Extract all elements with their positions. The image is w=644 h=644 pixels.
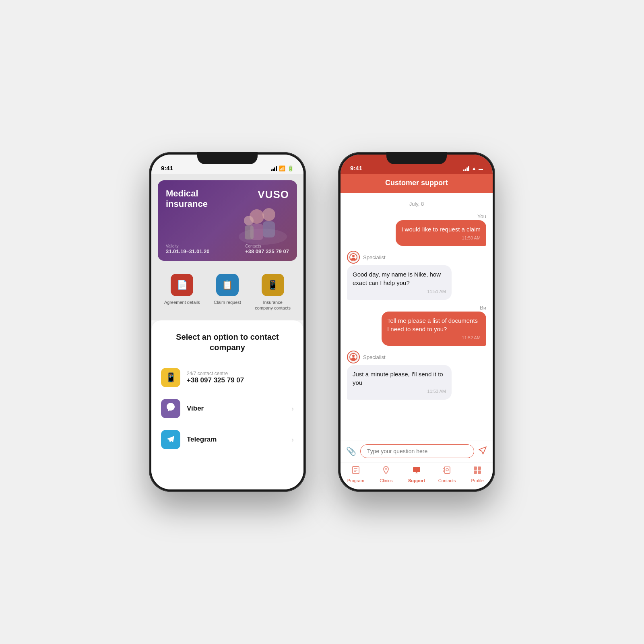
hero-footer: Validity 31.01.19–31.01.20 Contacts +38 …: [166, 244, 289, 254]
phone-option-info: 24/7 contact centre +38 097 325 79 07: [187, 371, 294, 384]
specialist-name-2: Specialist: [363, 354, 386, 360]
svg-rect-4: [263, 221, 275, 237]
telegram-label: Telegram: [187, 436, 291, 444]
specialist-avatar-1: [347, 251, 360, 264]
claim-btn[interactable]: 📋 Claim request: [209, 274, 246, 311]
viber-option[interactable]: Viber ›: [161, 393, 294, 424]
viber-option-icon: [161, 399, 180, 418]
agreement-btn[interactable]: 📄 Agreement details: [164, 274, 200, 311]
svg-point-8: [352, 255, 355, 257]
program-icon: [351, 466, 360, 477]
status-time-1: 9:41: [161, 165, 173, 171]
support-icon: [412, 466, 421, 477]
claim-icon: 📋: [216, 274, 239, 296]
bubble-4: Just a minute please, I'll send it to yo…: [347, 365, 452, 399]
viber-chevron: ›: [291, 405, 294, 413]
hero-people: [237, 200, 289, 245]
svg-point-10: [352, 355, 355, 357]
svg-point-21: [446, 469, 448, 471]
hero-card: Medical insurance VUSO Validity 31.01.19…: [158, 180, 297, 261]
signal-icon-1: [271, 166, 277, 171]
svg-rect-25: [478, 471, 481, 474]
telegram-chevron: ›: [291, 436, 294, 444]
time-3: 11:52 AM: [387, 335, 481, 341]
phone-1: 9:41 📶 🔋: [149, 152, 306, 492]
action-buttons: 📄 Agreement details 📋 Claim request 📱 In…: [151, 267, 303, 318]
chat-input-row: 📎: [341, 440, 493, 462]
insurance-contacts-icon: 📱: [262, 274, 284, 296]
tab-support[interactable]: Support: [405, 466, 429, 483]
battery-icon-1: 🔋: [287, 165, 294, 171]
viber-label: Viber: [187, 405, 291, 413]
clinics-label: Clinics: [380, 478, 392, 483]
sender-you-2: Ви: [480, 305, 486, 311]
specialist-avatar-2: [347, 351, 360, 363]
message-1: You I would like to request a claim 11:5…: [347, 213, 486, 246]
viber-option-info: Viber: [187, 405, 291, 413]
phone-option[interactable]: 📱 24/7 contact centre +38 097 325 79 07: [161, 362, 294, 393]
contacts-info: Contacts +38 097 325 79 07: [245, 244, 289, 254]
phone1-content: Medical insurance VUSO Validity 31.01.19…: [151, 174, 303, 320]
phone-option-icon: 📱: [161, 368, 180, 387]
telegram-option-icon: [161, 430, 180, 449]
battery-icon-2: ▬: [479, 166, 483, 171]
claim-label: Claim request: [214, 299, 241, 305]
send-icon[interactable]: [478, 446, 487, 457]
clinics-icon: [382, 466, 390, 477]
status-time-2: 9:41: [350, 165, 362, 171]
contacts-label: Contacts: [438, 478, 456, 483]
status-icons-1: 📶 🔋: [271, 165, 294, 171]
wifi-icon-1: 📶: [279, 165, 285, 171]
bottom-sheet: Select an option to contact company 📱 24…: [151, 320, 303, 489]
telegram-option-info: Telegram: [187, 436, 291, 444]
phone-2: 9:41 ▲ ▬ Customer support July, 8 You: [338, 152, 495, 492]
specialist-header-2: Specialist: [347, 351, 386, 363]
svg-point-5: [244, 216, 254, 225]
chat-header: Customer support: [341, 174, 493, 193]
bubble-2: Good day, my name is Nike, how exact can…: [347, 265, 452, 299]
notch-1: [197, 152, 258, 164]
notch-2: [386, 152, 447, 164]
status-icons-2: ▲ ▬: [463, 165, 483, 171]
profile-icon: [473, 466, 482, 477]
tab-contacts[interactable]: Contacts: [435, 466, 459, 483]
specialist-name-1: Specialist: [363, 254, 386, 260]
svg-point-3: [262, 208, 275, 221]
svg-rect-22: [474, 466, 477, 470]
profile-label: Profile: [471, 478, 484, 483]
signal-icon-2: [463, 166, 469, 171]
chat-title: Customer support: [385, 179, 448, 187]
phone-sublabel: 24/7 contact centre: [187, 371, 294, 376]
support-label: Support: [408, 478, 425, 483]
telegram-option[interactable]: Telegram ›: [161, 424, 294, 455]
wifi-icon-2: ▲: [471, 165, 477, 171]
bubble-1: I would like to request a claim 11:50 AM: [396, 220, 486, 246]
tab-profile[interactable]: Profile: [465, 466, 489, 483]
sender-you-1: You: [477, 213, 486, 219]
message-3: Ви Tell me please a list of documents I …: [347, 305, 486, 346]
chat-date: July, 8: [347, 201, 486, 207]
specialist-header-1: Specialist: [347, 251, 386, 264]
chat-input[interactable]: [360, 444, 474, 458]
agreement-label: Agreement details: [164, 299, 200, 305]
time-4: 11:53 AM: [353, 388, 446, 394]
hero-title: Medical insurance: [166, 188, 208, 210]
time-1: 11:50 AM: [401, 235, 481, 241]
svg-point-15: [385, 468, 387, 470]
tab-clinics[interactable]: Clinics: [374, 466, 398, 483]
tab-program[interactable]: Program: [344, 466, 368, 483]
svg-rect-17: [444, 467, 450, 473]
insurance-contacts-btn[interactable]: 📱 Insurance company contacts: [255, 274, 291, 311]
hero-logo: VUSO: [258, 188, 289, 201]
svg-rect-16: [413, 467, 420, 472]
program-label: Program: [347, 478, 364, 483]
attach-icon[interactable]: 📎: [346, 446, 356, 456]
agreement-icon: 📄: [171, 274, 193, 296]
validity-info: Validity 31.01.19–31.01.20: [166, 244, 209, 254]
contacts-icon: [443, 466, 452, 477]
bubble-3: Tell me please a list of documents I nee…: [382, 312, 486, 346]
time-2: 11:51 AM: [353, 289, 446, 295]
message-4: Specialist Just a minute please, I'll se…: [347, 351, 486, 399]
message-2: Specialist Good day, my name is Nike, ho…: [347, 251, 486, 299]
svg-rect-23: [478, 466, 481, 470]
